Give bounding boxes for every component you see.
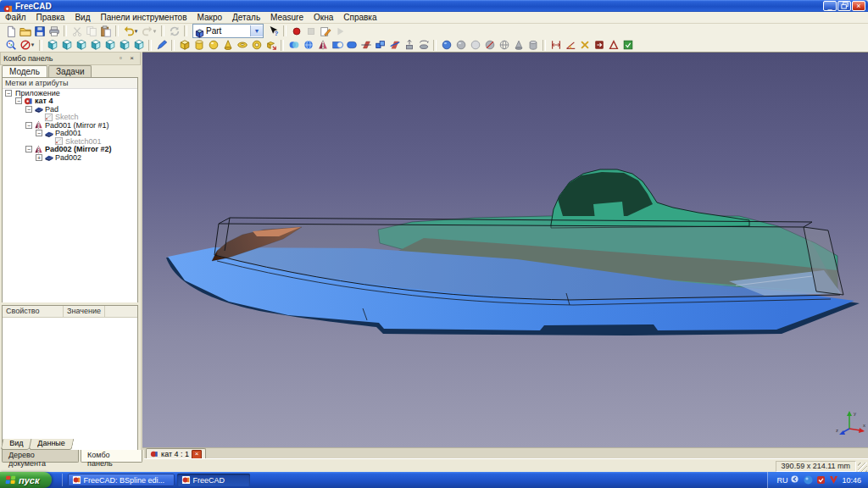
- tab-model[interactable]: Модель: [2, 65, 47, 78]
- paste-button[interactable]: [98, 25, 113, 37]
- sphere-flat-button[interactable]: [453, 39, 468, 52]
- macro-edit-button[interactable]: [318, 25, 332, 37]
- menu-item-6[interactable]: Measure: [265, 13, 309, 22]
- dock-tab-tree-view[interactable]: Дерево документа: [2, 450, 79, 463]
- sphere-light-button[interactable]: [468, 39, 482, 52]
- boolean-union-button[interactable]: [344, 39, 359, 52]
- resize-grip[interactable]: [858, 463, 867, 472]
- tab-view[interactable]: Вид: [1, 439, 32, 450]
- tree-expander[interactable]: −: [25, 146, 32, 152]
- open-file-button[interactable]: [18, 25, 32, 37]
- tree-item[interactable]: −Pad001: [3, 130, 137, 138]
- tree-item[interactable]: −Приложение: [3, 89, 137, 97]
- revolve-button[interactable]: [416, 39, 431, 52]
- primitive-cylinder-button[interactable]: [192, 39, 206, 52]
- tree-item[interactable]: −Pad002 (Mirror #2): [3, 146, 137, 154]
- menu-item-1[interactable]: Правка: [31, 13, 70, 22]
- shape-builder-button[interactable]: [264, 39, 278, 52]
- measure-toggle-all-button[interactable]: [592, 39, 606, 52]
- draw-style-button[interactable]: ▼: [18, 39, 36, 52]
- view-front-button[interactable]: [59, 39, 74, 52]
- boolean-union-icon: [346, 39, 358, 51]
- fit-all-button[interactable]: [3, 39, 18, 52]
- measure-clear-all-button[interactable]: [577, 39, 592, 52]
- primitive-tube-button[interactable]: [249, 39, 264, 52]
- tree-expander[interactable]: −: [36, 130, 42, 136]
- save-file-button[interactable]: [32, 25, 47, 37]
- measure-linear-button[interactable]: [548, 39, 563, 52]
- view-top-button[interactable]: [74, 39, 88, 52]
- primitive-cone-button[interactable]: [220, 39, 235, 52]
- create-sketch-button[interactable]: [154, 39, 169, 52]
- primitive-box-button[interactable]: [177, 39, 192, 52]
- workbench-selector[interactable]: Part▼: [192, 24, 264, 38]
- extrude-button[interactable]: [402, 39, 416, 52]
- measure-angular-button[interactable]: [563, 39, 577, 52]
- tree-expander[interactable]: −: [25, 122, 32, 129]
- tray-network-icon[interactable]: [804, 475, 813, 485]
- menu-item-4[interactable]: Макро: [192, 13, 228, 22]
- view-left-button[interactable]: [131, 39, 146, 52]
- taskbar-button-1[interactable]: FreeCAD: [177, 474, 250, 486]
- macro-record-button[interactable]: [289, 25, 303, 37]
- tree-item[interactable]: Sketch001: [3, 137, 137, 146]
- view-axonometric-button[interactable]: [45, 39, 59, 52]
- tab-data[interactable]: Данные: [29, 439, 74, 450]
- tree-expander[interactable]: +: [36, 154, 42, 161]
- dock-float-button[interactable]: ▫: [115, 53, 126, 64]
- gray-cone-button[interactable]: [511, 39, 526, 52]
- section-button[interactable]: [359, 39, 373, 52]
- tree-expander[interactable]: −: [15, 97, 22, 104]
- language-indicator[interactable]: RU: [776, 476, 787, 485]
- boolean-cut-button[interactable]: [330, 39, 344, 52]
- dock-tab-combo-view[interactable]: Комбо панель: [81, 450, 142, 463]
- tab-close-button[interactable]: ×: [192, 450, 202, 459]
- tree-item[interactable]: −кат 4: [3, 97, 137, 106]
- menu-item-7[interactable]: Окна: [309, 13, 338, 22]
- view-bottom-button[interactable]: [117, 39, 131, 52]
- print-button[interactable]: [47, 25, 61, 37]
- tree-item[interactable]: +Pad002: [3, 153, 137, 162]
- tab-tasks[interactable]: Задачи: [48, 65, 92, 78]
- close-button[interactable]: ×: [852, 1, 865, 11]
- boolean-button[interactable]: [287, 39, 301, 52]
- view-right-button[interactable]: [88, 39, 103, 52]
- menu-item-2[interactable]: Вид: [70, 13, 95, 22]
- cross-sections-button[interactable]: [387, 39, 402, 52]
- tree-item[interactable]: −Pad: [3, 105, 137, 114]
- measure-toggle-3d-button[interactable]: [606, 39, 620, 52]
- sphere-wireframe-button[interactable]: [497, 39, 511, 52]
- primitive-torus-button[interactable]: [235, 39, 249, 52]
- restore-button[interactable]: [837, 1, 851, 11]
- tree-expander[interactable]: −: [5, 90, 12, 97]
- compound-button[interactable]: [373, 39, 387, 52]
- sphere-shaded-button[interactable]: [439, 39, 453, 52]
- dock-close-button[interactable]: ×: [126, 53, 137, 64]
- minimize-button[interactable]: _: [823, 1, 837, 11]
- menu-item-3[interactable]: Панели инструментов: [95, 13, 192, 22]
- tree-item[interactable]: Sketch: [3, 114, 137, 122]
- tray-antivirus-icon[interactable]: [829, 475, 838, 485]
- tree-expander[interactable]: −: [25, 106, 32, 113]
- 3d-viewport[interactable]: y x z: [142, 52, 868, 447]
- menu-item-5[interactable]: Деталь: [227, 13, 265, 22]
- new-file-button[interactable]: [3, 25, 18, 37]
- start-button[interactable]: пуск: [0, 472, 52, 488]
- whats-this-button[interactable]: ?: [266, 25, 281, 37]
- taskbar-button-0[interactable]: FreeCAD: BSpline edi...: [68, 474, 175, 486]
- title-bar[interactable]: FreeCAD _ ×: [0, 0, 868, 12]
- menu-item-0[interactable]: Файл: [0, 13, 31, 22]
- join-button[interactable]: [301, 39, 315, 52]
- menu-item-8[interactable]: Справка: [338, 13, 381, 22]
- tree-item[interactable]: −Pad001 (Mirror #1): [3, 121, 137, 130]
- undo-button[interactable]: ▼: [121, 25, 140, 37]
- gray-cylinder-button[interactable]: [526, 39, 540, 52]
- tray-shield-icon[interactable]: [816, 475, 826, 485]
- sphere-nocheck-button[interactable]: [482, 39, 497, 52]
- measure-toggle-delta-button[interactable]: [620, 39, 635, 52]
- hide-icons-chevron[interactable]: [791, 475, 800, 485]
- view-rear-button[interactable]: [103, 39, 117, 52]
- chevron-down-icon[interactable]: ▼: [250, 25, 263, 36]
- mirror-button[interactable]: [315, 39, 330, 52]
- primitive-sphere-button[interactable]: [206, 39, 220, 52]
